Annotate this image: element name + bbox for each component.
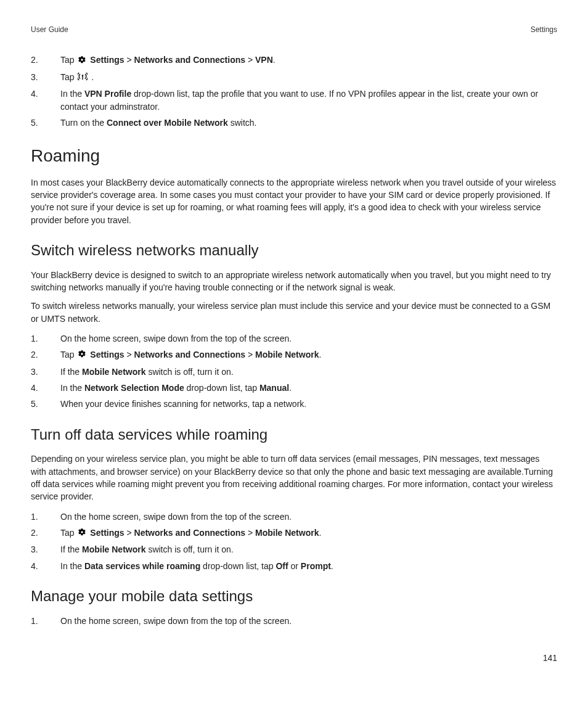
paragraph: Depending on your wireless service plan,… (31, 453, 557, 503)
step: In the Data services while roaming drop-… (31, 560, 557, 572)
steps-manage: On the home screen, swipe down from the … (31, 615, 557, 627)
steps-switch: On the home screen, swipe down from the … (31, 332, 557, 411)
header-bar: User Guide Settings (31, 25, 557, 35)
heading-roaming: Roaming (31, 144, 557, 169)
paragraph: Your BlackBerry device is designed to sw… (31, 269, 557, 294)
gear-icon (78, 527, 86, 540)
step: In the Network Selection Mode drop-down … (31, 382, 557, 394)
step: Tap . (31, 71, 557, 84)
step: Tap Settings > Networks and Connections … (31, 54, 557, 67)
heading-manage-mobile-data: Manage your mobile data settings (31, 586, 557, 607)
header-right: Settings (531, 25, 557, 35)
step: Turn on the Connect over Mobile Network … (31, 117, 557, 129)
step: Tap Settings > Networks and Connections … (31, 527, 557, 540)
step: If the Mobile Network switch is off, tur… (31, 543, 557, 556)
step: In the VPN Profile drop-down list, tap t… (31, 88, 557, 113)
steps-turnoff: On the home screen, swipe down from the … (31, 511, 557, 572)
gear-icon (78, 349, 86, 361)
svg-point-0 (82, 75, 84, 76)
step: Tap Settings > Networks and Connections … (31, 348, 557, 361)
step: On the home screen, swipe down from the … (31, 332, 557, 345)
paragraph: In most cases your BlackBerry device aut… (31, 176, 557, 226)
gear-icon (78, 55, 86, 67)
header-left: User Guide (31, 25, 68, 35)
page-number: 141 (31, 652, 557, 664)
step: If the Mobile Network switch is off, tur… (31, 366, 557, 378)
heading-turn-off-data: Turn off data services while roaming (31, 424, 557, 446)
paragraph: To switch wireless networks manually, yo… (31, 300, 557, 325)
heading-switch-networks: Switch wireless networks manually (31, 240, 557, 261)
steps-vpn: Tap Settings > Networks and Connections … (31, 54, 557, 129)
step: When your device finishes scanning for n… (31, 398, 557, 410)
antenna-icon (78, 72, 88, 84)
step: On the home screen, swipe down from the … (31, 615, 557, 627)
step: On the home screen, swipe down from the … (31, 511, 557, 523)
